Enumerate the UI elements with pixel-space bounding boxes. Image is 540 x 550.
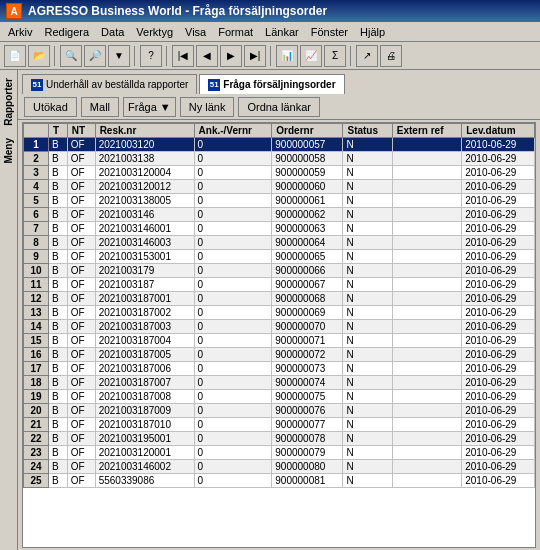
- col-header-extern[interactable]: Extern ref: [392, 124, 461, 138]
- toolbar-chart[interactable]: 📊: [276, 45, 298, 67]
- toolbar-sep4: [270, 46, 272, 66]
- data-table: T NT Resk.nr Ank.-/Vernr Ordernr Status …: [23, 123, 535, 488]
- title-bar: A AGRESSO Business World - Fråga försälj…: [0, 0, 540, 22]
- table-row[interactable]: 6BOF20210031460900000062N2010-06-29: [24, 208, 535, 222]
- col-header-levdatum[interactable]: Lev.datum: [462, 124, 535, 138]
- toolbar: 📄 📂 🔍 🔎 ▼ ? |◀ ◀ ▶ ▶| 📊 📈 Σ ↗ 🖨: [0, 42, 540, 70]
- content-area: 51 Underhåll av beställda rapporter 51 F…: [18, 70, 540, 550]
- toolbar-search[interactable]: 🔍: [60, 45, 82, 67]
- table-row[interactable]: 3BOF20210031200040900000059N2010-06-29: [24, 166, 535, 180]
- tabs-area: 51 Underhåll av beställda rapporter 51 F…: [18, 70, 540, 94]
- toolbar-open[interactable]: 📂: [28, 45, 50, 67]
- utokad-button[interactable]: Utökad: [24, 97, 77, 117]
- menu-arkiv[interactable]: Arkiv: [2, 24, 38, 40]
- ny-lank-button[interactable]: Ny länk: [180, 97, 235, 117]
- table-row[interactable]: 13BOF20210031870020900000069N2010-06-29: [24, 306, 535, 320]
- table-row[interactable]: 17BOF20210031870060900000073N2010-06-29: [24, 362, 535, 376]
- toolbar-export[interactable]: ↗: [356, 45, 378, 67]
- toolbar-sep3: [166, 46, 168, 66]
- tab2-label: Fråga försäljningsorder: [223, 79, 335, 90]
- table-header-row: T NT Resk.nr Ank.-/Vernr Ordernr Status …: [24, 124, 535, 138]
- menu-bar: Arkiv Redigera Data Verktyg Visa Format …: [0, 22, 540, 42]
- toolbar-sep2: [134, 46, 136, 66]
- toolbar-sep5: [350, 46, 352, 66]
- col-header-ordernr[interactable]: Ordernr: [272, 124, 343, 138]
- table-row[interactable]: 14BOF20210031870030900000070N2010-06-29: [24, 320, 535, 334]
- col-header-NT[interactable]: NT: [67, 124, 95, 138]
- side-label-rapporter[interactable]: Rapporter: [2, 74, 15, 130]
- table-row[interactable]: 19BOF20210031870080900000075N2010-06-29: [24, 390, 535, 404]
- toolbar-nav-first[interactable]: |◀: [172, 45, 194, 67]
- toolbar-help[interactable]: ?: [140, 45, 162, 67]
- table-row[interactable]: 10BOF20210031790900000066N2010-06-29: [24, 264, 535, 278]
- table-row[interactable]: 15BOF20210031870040900000071N2010-06-29: [24, 334, 535, 348]
- table-row[interactable]: 12BOF20210031870010900000068N2010-06-29: [24, 292, 535, 306]
- tab1-label: Underhåll av beställda rapporter: [46, 79, 188, 90]
- ordna-lankar-button[interactable]: Ordna länkar: [238, 97, 320, 117]
- menu-hjalp[interactable]: Hjälp: [354, 24, 391, 40]
- side-panel: Rapporter Meny: [0, 70, 18, 550]
- menu-format[interactable]: Format: [212, 24, 259, 40]
- table-row[interactable]: 25BOF55603390860900000081N2010-06-29: [24, 474, 535, 488]
- table-row[interactable]: 18BOF20210031870070900000074N2010-06-29: [24, 376, 535, 390]
- table-row[interactable]: 4BOF20210031200120900000060N2010-06-29: [24, 180, 535, 194]
- table-row[interactable]: 11BOF20210031870900000067N2010-06-29: [24, 278, 535, 292]
- col-header-resk[interactable]: Resk.nr: [95, 124, 194, 138]
- table-row[interactable]: 24BOF20210031460020900000080N2010-06-29: [24, 460, 535, 474]
- toolbar-find[interactable]: 🔎: [84, 45, 106, 67]
- menu-visa[interactable]: Visa: [179, 24, 212, 40]
- side-label-meny[interactable]: Meny: [2, 134, 15, 168]
- table-row[interactable]: 8BOF20210031460030900000064N2010-06-29: [24, 236, 535, 250]
- table-row[interactable]: 23BOF20210031200010900000079N2010-06-29: [24, 446, 535, 460]
- table-row[interactable]: 20BOF20210031870090900000076N2010-06-29: [24, 404, 535, 418]
- mall-button[interactable]: Mall: [81, 97, 119, 117]
- table-row[interactable]: 9BOF20210031530010900000065N2010-06-29: [24, 250, 535, 264]
- action-bar: Utökad Mall Fråga ▼ Ny länk Ordna länkar: [18, 94, 540, 120]
- menu-redigera[interactable]: Redigera: [38, 24, 95, 40]
- menu-fonster[interactable]: Fönster: [305, 24, 354, 40]
- toolbar-new[interactable]: 📄: [4, 45, 26, 67]
- col-header-num: [24, 124, 49, 138]
- col-header-ank[interactable]: Ank.-/Vernr: [194, 124, 272, 138]
- table-row[interactable]: 21BOF20210031870100900000077N2010-06-29: [24, 418, 535, 432]
- toolbar-nav-last[interactable]: ▶|: [244, 45, 266, 67]
- table-row[interactable]: 7BOF20210031460010900000063N2010-06-29: [24, 222, 535, 236]
- app-icon: A: [6, 3, 22, 19]
- tab-underhall[interactable]: 51 Underhåll av beställda rapporter: [22, 74, 197, 94]
- toolbar-nav-prev[interactable]: ◀: [196, 45, 218, 67]
- col-header-T[interactable]: T: [48, 124, 67, 138]
- toolbar-filter[interactable]: ▼: [108, 45, 130, 67]
- toolbar-chart2[interactable]: 📈: [300, 45, 322, 67]
- menu-lankar[interactable]: Länkar: [259, 24, 305, 40]
- fraga-dropdown[interactable]: Fråga ▼: [123, 97, 176, 117]
- toolbar-nav-next[interactable]: ▶: [220, 45, 242, 67]
- col-header-status[interactable]: Status: [343, 124, 392, 138]
- tab1-icon: 51: [31, 79, 43, 91]
- menu-verktyg[interactable]: Verktyg: [130, 24, 179, 40]
- toolbar-print[interactable]: 🖨: [380, 45, 402, 67]
- table-row[interactable]: 1BOF20210031200900000057N2010-06-29: [24, 138, 535, 152]
- main-container: Rapporter Meny 51 Underhåll av beställda…: [0, 70, 540, 550]
- title-text: AGRESSO Business World - Fråga försäljni…: [28, 4, 327, 18]
- toolbar-sep1: [54, 46, 56, 66]
- table-row[interactable]: 5BOF20210031380050900000061N2010-06-29: [24, 194, 535, 208]
- table-row[interactable]: 16BOF20210031870050900000072N2010-06-29: [24, 348, 535, 362]
- table-row[interactable]: 22BOF20210031950010900000078N2010-06-29: [24, 432, 535, 446]
- toolbar-sum[interactable]: Σ: [324, 45, 346, 67]
- table-row[interactable]: 2BOF20210031380900000058N2010-06-29: [24, 152, 535, 166]
- tab2-icon: 51: [208, 79, 220, 91]
- menu-data[interactable]: Data: [95, 24, 130, 40]
- data-table-container[interactable]: T NT Resk.nr Ank.-/Vernr Ordernr Status …: [22, 122, 536, 548]
- tab-fraga[interactable]: 51 Fråga försäljningsorder: [199, 74, 344, 94]
